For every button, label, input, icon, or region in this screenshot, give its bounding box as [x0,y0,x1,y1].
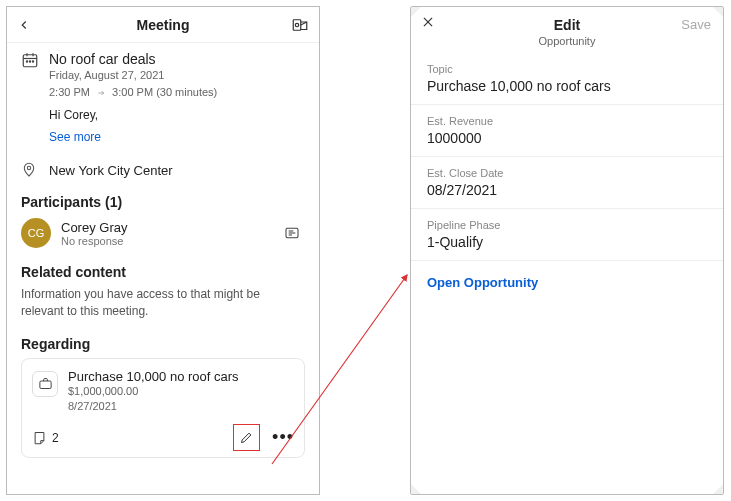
svg-rect-15 [39,381,50,389]
briefcase-icon [32,371,58,397]
close-date-label: Est. Close Date [411,157,723,182]
revenue-label: Est. Revenue [411,105,723,130]
meeting-title: Meeting [137,17,190,33]
contact-card-icon[interactable] [283,225,301,241]
related-heading: Related content [21,264,305,280]
svg-rect-0 [293,19,301,30]
regarding-heading: Regarding [21,336,305,352]
location-row: New York City Center [7,162,319,178]
event-date: Friday, August 27, 2021 [49,67,217,84]
svg-point-10 [27,166,30,169]
save-button[interactable]: Save [681,17,711,32]
calendar-icon [21,51,39,69]
participant-row[interactable]: CG Corey Gray No response [21,218,305,248]
back-button[interactable] [17,18,31,32]
phase-field[interactable]: 1-Qualify [411,234,723,261]
meeting-panel: Meeting No roof car deals Friday, August… [6,6,320,495]
card-revenue: $1,000,000.00 [68,384,239,399]
event-title: No roof car deals [49,51,217,67]
event-greeting: Hi Corey, [49,108,305,122]
svg-point-7 [29,61,30,62]
open-opportunity-link[interactable]: Open Opportunity [411,261,723,304]
participants-heading: Participants (1) [21,194,305,210]
participant-response: No response [61,235,127,247]
edit-button[interactable] [233,424,260,451]
outlook-icon[interactable] [291,16,309,34]
see-more-link[interactable]: See more [49,130,101,144]
participant-name: Corey Gray [61,220,127,235]
topic-label: Topic [411,53,723,78]
card-title: Purchase 10,000 no roof cars [68,369,239,384]
avatar: CG [21,218,51,248]
close-date-field[interactable]: 08/27/2021 [411,182,723,209]
edit-header: Edit Save [411,7,723,37]
svg-point-1 [295,23,298,26]
related-desc: Information you have access to that migh… [21,286,305,320]
event-block: No roof car deals Friday, August 27, 202… [7,43,319,152]
phase-label: Pipeline Phase [411,209,723,234]
event-time: 2:30 PM 3:00 PM (30 minutes) [49,84,217,101]
location-icon [21,162,39,178]
svg-point-8 [32,61,33,62]
close-button[interactable] [421,15,435,29]
edit-panel: Edit Save Opportunity Topic Purchase 10,… [410,6,724,495]
notes-button[interactable]: 2 [32,430,59,445]
more-button[interactable]: ••• [272,427,294,448]
card-date: 8/27/2021 [68,399,239,414]
svg-point-6 [26,61,27,62]
location-text: New York City Center [49,163,173,178]
edit-title: Edit [554,17,580,33]
revenue-field[interactable]: 1000000 [411,130,723,157]
regarding-card[interactable]: Purchase 10,000 no roof cars $1,000,000.… [21,358,305,459]
meeting-header: Meeting [7,7,319,43]
topic-field[interactable]: Purchase 10,000 no roof cars [411,78,723,105]
